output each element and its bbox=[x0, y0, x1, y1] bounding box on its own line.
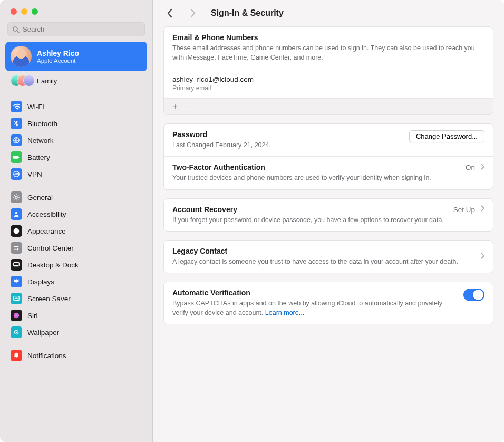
sidebar-item-label: Siri bbox=[27, 312, 38, 320]
sidebar-item-appearance[interactable]: Appearance bbox=[5, 223, 147, 239]
change-password-button[interactable]: Change Password... bbox=[409, 130, 484, 142]
sidebar-item-vpn[interactable]: VPN bbox=[5, 166, 147, 182]
chevron-right-icon bbox=[480, 164, 484, 171]
sidebar-item-siri[interactable]: Siri bbox=[5, 307, 147, 324]
sidebar-item-label: Family bbox=[37, 77, 57, 85]
sidebar-item-label: General bbox=[27, 194, 53, 201]
account-recovery-panel: Account Recovery If you forget your pass… bbox=[163, 198, 493, 232]
account-name: Ashley Rico bbox=[37, 49, 79, 57]
sidebar-item-label: Notifications bbox=[27, 352, 66, 360]
close-window-button[interactable] bbox=[11, 8, 17, 15]
remove-entry-button: － bbox=[181, 101, 192, 112]
sidebar-item-apple-account[interactable]: Ashley Rico Apple Account bbox=[5, 42, 147, 71]
sidebar-item-displays[interactable]: Displays bbox=[5, 273, 147, 290]
chevron-right-icon bbox=[480, 205, 484, 213]
sidebar-item-label: Appearance bbox=[27, 227, 66, 235]
account-recovery-status: Set Up bbox=[453, 206, 475, 214]
automatic-verification-toggle[interactable] bbox=[463, 289, 484, 301]
add-entry-button[interactable]: ＋ bbox=[169, 101, 181, 112]
sidebar-item-label: Battery bbox=[27, 153, 50, 161]
section-title: Password bbox=[172, 130, 403, 139]
sidebar-item-label: Screen Saver bbox=[27, 295, 71, 303]
sidebar-item-family[interactable]: Family bbox=[5, 71, 147, 92]
sidebar-item-screensaver[interactable]: Screen Saver bbox=[5, 290, 147, 307]
appearance-icon bbox=[11, 225, 22, 237]
settings-window: Ashley Rico Apple Account Family Wi-FiBl… bbox=[0, 0, 504, 442]
password-row: Password Last Changed February 21, 2024.… bbox=[164, 124, 493, 156]
legacy-contact-row[interactable]: Legacy Contact A legacy contact is someo… bbox=[164, 241, 493, 273]
toolbar: Sign-In & Security bbox=[153, 0, 504, 24]
sidebar-item-battery[interactable]: Battery bbox=[5, 149, 147, 166]
sidebar-item-notifications[interactable]: Notifications bbox=[5, 347, 147, 364]
password-twofa-panel: Password Last Changed February 21, 2024.… bbox=[163, 123, 493, 189]
switches-icon bbox=[11, 242, 22, 254]
sidebar-item-network[interactable]: Network bbox=[5, 132, 147, 149]
fullscreen-window-button[interactable] bbox=[32, 8, 38, 15]
wallpaper-icon bbox=[11, 326, 22, 338]
add-remove-bar: ＋ － bbox=[164, 98, 493, 114]
sidebar-item-controlcenter[interactable]: Control Center bbox=[5, 239, 147, 256]
section-description: If you forget your password or device pa… bbox=[172, 215, 447, 225]
email-entry-row[interactable]: ashley_rico1@icloud.com Primary email bbox=[164, 69, 493, 98]
search-input[interactable] bbox=[23, 25, 140, 33]
section-title: Automatic Verification bbox=[172, 289, 457, 297]
minimize-window-button[interactable] bbox=[21, 8, 27, 15]
sidebar-item-label: Network bbox=[27, 137, 54, 145]
sidebar-item-label: Displays bbox=[27, 278, 54, 286]
two-factor-row[interactable]: Two-Factor Authentication Your trusted d… bbox=[164, 156, 493, 189]
sidebar-item-desktopdock[interactable]: Desktop & Dock bbox=[5, 256, 147, 273]
section-description: These email addresses and phone numbers … bbox=[172, 43, 484, 62]
sidebar-item-label: Accessibility bbox=[27, 210, 66, 218]
section-description: Your trusted devices and phone numbers a… bbox=[172, 173, 459, 182]
sidebar-item-label: Control Center bbox=[27, 244, 74, 252]
sidebar: Ashley Rico Apple Account Family Wi-FiBl… bbox=[0, 0, 153, 442]
legacy-contact-panel: Legacy Contact A legacy contact is someo… bbox=[163, 240, 493, 273]
display-icon bbox=[11, 276, 22, 287]
section-title: Legacy Contact bbox=[172, 247, 474, 255]
section-description: Bypass CAPTCHAs in apps and on the web b… bbox=[172, 299, 457, 318]
page-title: Sign-In & Security bbox=[211, 8, 284, 18]
email-value: ashley_rico1@icloud.com bbox=[172, 75, 484, 83]
family-avatars-icon bbox=[11, 75, 32, 87]
content-area: Sign-In & Security Email & Phone Numbers… bbox=[153, 0, 504, 442]
window-controls bbox=[0, 0, 152, 22]
sidebar-item-accessibility[interactable]: Accessibility bbox=[5, 206, 147, 223]
sidebar-item-label: Bluetooth bbox=[27, 120, 57, 128]
search-icon bbox=[12, 26, 20, 33]
bell-icon bbox=[11, 350, 22, 361]
sidebar-item-wifi[interactable]: Wi-Fi bbox=[5, 98, 147, 115]
account-subtitle: Apple Account bbox=[37, 57, 79, 64]
section-title: Email & Phone Numbers bbox=[172, 33, 484, 42]
forward-button bbox=[186, 6, 199, 20]
sidebar-item-label: VPN bbox=[27, 170, 42, 178]
siri-icon bbox=[11, 310, 22, 321]
chevron-right-icon bbox=[480, 253, 484, 261]
email-phone-panel: Email & Phone Numbers These email addres… bbox=[163, 26, 493, 115]
person-icon bbox=[11, 208, 22, 220]
sidebar-item-bluetooth[interactable]: Bluetooth bbox=[5, 115, 147, 132]
gear-icon bbox=[11, 191, 22, 203]
automatic-verification-row: Automatic Verification Bypass CAPTCHAs i… bbox=[164, 282, 493, 324]
battery-icon bbox=[11, 151, 22, 163]
screensaver-icon bbox=[11, 293, 22, 304]
sidebar-item-label: Wallpaper bbox=[27, 329, 59, 337]
two-factor-status: On bbox=[466, 164, 475, 171]
email-label: Primary email bbox=[172, 84, 484, 92]
account-recovery-row[interactable]: Account Recovery If you forget your pass… bbox=[164, 199, 493, 231]
automatic-verification-panel: Automatic Verification Bypass CAPTCHAs i… bbox=[163, 282, 493, 324]
section-description: Last Changed February 21, 2024. bbox=[172, 140, 403, 150]
section-description: A legacy contact is someone you trust to… bbox=[172, 257, 474, 266]
back-button[interactable] bbox=[163, 6, 177, 20]
avatar bbox=[11, 46, 32, 67]
section-title: Two-Factor Authentication bbox=[172, 163, 459, 171]
sidebar-item-label: Wi-Fi bbox=[27, 103, 44, 111]
globe-icon bbox=[11, 134, 22, 146]
search-field[interactable] bbox=[7, 22, 145, 36]
sidebar-item-general[interactable]: General bbox=[5, 189, 147, 206]
section-title: Account Recovery bbox=[172, 205, 447, 214]
learn-more-link[interactable]: Learn more... bbox=[265, 309, 304, 316]
sidebar-item-wallpaper[interactable]: Wallpaper bbox=[5, 324, 147, 341]
vpn-icon bbox=[11, 168, 22, 180]
bluetooth-icon bbox=[11, 118, 22, 129]
dock-icon bbox=[11, 259, 22, 271]
